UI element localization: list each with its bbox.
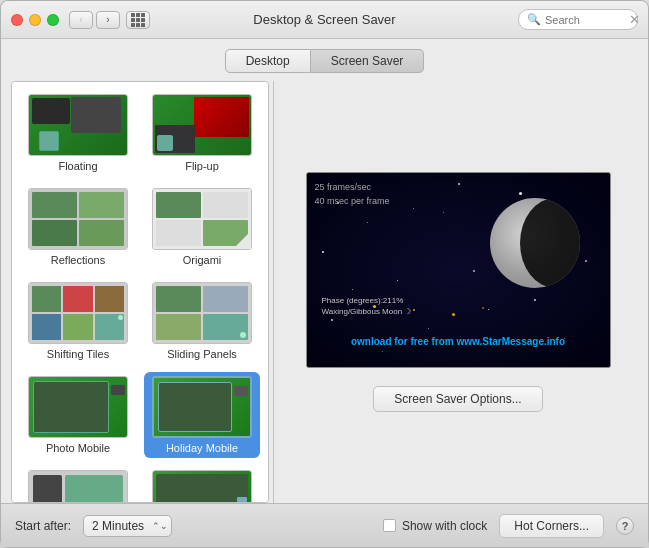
screensaver-thumb-flipup <box>152 94 252 156</box>
clock-area: Show with clock <box>383 519 487 533</box>
content-area: Floating Flip-up <box>1 81 648 503</box>
close-button[interactable] <box>11 14 23 26</box>
screensaver-thumb-shifting-tiles <box>28 282 128 344</box>
help-button[interactable]: ? <box>616 517 634 535</box>
screensaver-item-holiday-mobile[interactable]: Holiday Mobile <box>144 372 260 458</box>
preview-phase-text: Phase (degrees):211% Waxing/Gibbous Moon… <box>322 295 412 317</box>
tab-desktop[interactable]: Desktop <box>225 49 311 73</box>
screensaver-label-sliding-panels: Sliding Panels <box>167 348 237 360</box>
screensaver-label-origami: Origami <box>183 254 222 266</box>
start-after-dropdown-wrapper: 1 Minute 2 Minutes 5 Minutes 10 Minutes … <box>83 515 172 537</box>
screensaver-thumb-partial2 <box>152 470 252 503</box>
screensaver-item-floating[interactable]: Floating <box>20 90 136 176</box>
screensaver-thumb-reflections <box>28 188 128 250</box>
hot-corners-button[interactable]: Hot Corners... <box>499 514 604 538</box>
window-title: Desktop & Screen Saver <box>253 12 395 27</box>
preview-fps-text: 25 frames/sec 40 msec per frame <box>315 181 390 208</box>
screensaver-item-reflections[interactable]: Reflections <box>20 184 136 270</box>
preview-content: 25 frames/sec 40 msec per frame Phase (d… <box>307 173 610 367</box>
screensaver-item-shifting-tiles[interactable]: Shifting Tiles <box>20 278 136 364</box>
search-clear-icon[interactable]: ✕ <box>629 12 640 27</box>
screensaver-item-origami[interactable]: Origami <box>144 184 260 270</box>
start-after-dropdown[interactable]: 1 Minute 2 Minutes 5 Minutes 10 Minutes … <box>83 515 172 537</box>
search-box[interactable]: 🔍 ✕ <box>518 9 638 30</box>
minimize-button[interactable] <box>29 14 41 26</box>
tabs-toolbar: Desktop Screen Saver <box>1 39 648 81</box>
maximize-button[interactable] <box>47 14 59 26</box>
screensaver-label-flipup: Flip-up <box>185 160 219 172</box>
screensaver-thumb-sliding-panels <box>152 282 252 344</box>
preview-panel: 25 frames/sec 40 msec per frame Phase (d… <box>278 81 638 503</box>
screen-saver-options-button[interactable]: Screen Saver Options... <box>373 386 542 412</box>
screensaver-thumb-holiday-mobile <box>152 376 252 438</box>
forward-button[interactable]: › <box>96 11 120 29</box>
grid-icon <box>131 13 145 27</box>
back-button[interactable]: ‹ <box>69 11 93 29</box>
preview-url-text: ownload for free from www.StarMessage.in… <box>307 336 610 347</box>
search-input[interactable] <box>545 14 625 26</box>
show-clock-checkbox[interactable] <box>383 519 396 532</box>
preview-box: 25 frames/sec 40 msec per frame Phase (d… <box>306 172 611 368</box>
traffic-lights <box>11 14 59 26</box>
window: ‹ › Desktop & Screen Saver 🔍 ✕ Desktop S… <box>0 0 649 548</box>
screensaver-item-partial2[interactable] <box>144 466 260 503</box>
screensaver-item-sliding-panels[interactable]: Sliding Panels <box>144 278 260 364</box>
bottom-bar: Start after: 1 Minute 2 Minutes 5 Minute… <box>1 503 648 547</box>
search-icon: 🔍 <box>527 13 541 26</box>
screensaver-list: Floating Flip-up <box>11 81 269 503</box>
screensaver-item-partial1[interactable] <box>20 466 136 503</box>
screensaver-label-shifting-tiles: Shifting Tiles <box>47 348 109 360</box>
nav-buttons: ‹ › <box>69 11 120 29</box>
screensaver-item-photo-mobile[interactable]: Photo Mobile <box>20 372 136 458</box>
screensaver-label-photo-mobile: Photo Mobile <box>46 442 110 454</box>
screensaver-label-holiday-mobile: Holiday Mobile <box>166 442 238 454</box>
screensaver-label-floating: Floating <box>58 160 97 172</box>
start-after-label: Start after: <box>15 519 71 533</box>
screensaver-thumb-origami <box>152 188 252 250</box>
screensaver-thumb-partial1 <box>28 470 128 503</box>
screensaver-label-reflections: Reflections <box>51 254 105 266</box>
screensaver-thumb-photo-mobile <box>28 376 128 438</box>
show-clock-label: Show with clock <box>402 519 487 533</box>
screensaver-item-flipup[interactable]: Flip-up <box>144 90 260 176</box>
tab-screensaver[interactable]: Screen Saver <box>311 49 425 73</box>
moon <box>490 198 580 288</box>
panel-divider <box>273 81 274 503</box>
screensaver-thumb-floating <box>28 94 128 156</box>
grid-view-button[interactable] <box>126 11 150 29</box>
titlebar: ‹ › Desktop & Screen Saver 🔍 ✕ <box>1 1 648 39</box>
